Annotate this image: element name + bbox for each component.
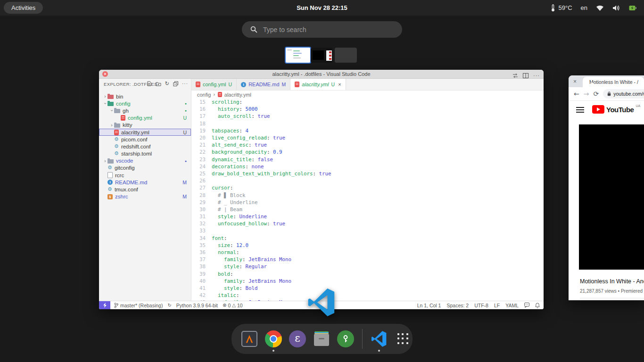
reload-icon[interactable]: ⟳ [593, 90, 599, 98]
tree-item-tmux-conf[interactable]: ⚙tmux.conf [99, 186, 191, 193]
keyboard-layout-indicator[interactable]: en [581, 4, 587, 11]
code-line[interactable]: 38 style: Regular [191, 263, 544, 270]
workspace-thumbnail-vscode[interactable] [285, 47, 311, 64]
tree-item-readme-md[interactable]: iREADME.mdM [99, 179, 191, 186]
code-line[interactable]: 31 style: Underline [191, 213, 544, 220]
wifi-icon[interactable] [596, 5, 604, 11]
battery-charging-icon[interactable] [629, 5, 636, 11]
code-line[interactable]: 36 normal: [191, 249, 544, 256]
code-line[interactable]: 40 family: JetBrains Mono [191, 278, 544, 285]
code-line[interactable]: 37 family: JetBrains Mono [191, 256, 544, 263]
code-line[interactable]: 28 # ▋ Block [191, 191, 544, 198]
dock-item-alacritty[interactable] [240, 330, 258, 348]
tree-item-zshrc[interactable]: $zshrcM [99, 193, 191, 200]
code-line[interactable]: 21alt_send_esc: true [191, 141, 544, 148]
editor-more-actions-icon[interactable]: ··· [533, 73, 540, 78]
clock[interactable]: Sun Nov 28 22:15 [0, 0, 644, 16]
code-line[interactable]: 22background_opacity: 0.9 [191, 148, 544, 156]
dock-item-chrome[interactable] [264, 330, 282, 348]
open-changes-icon[interactable] [512, 73, 518, 78]
video-player[interactable] [579, 124, 644, 270]
new-folder-icon[interactable] [156, 82, 161, 86]
code-line[interactable]: 35 size: 12.0 [191, 242, 544, 249]
forward-icon[interactable]: → [584, 90, 589, 98]
dock-item-emacs[interactable]: ε [289, 330, 306, 348]
youtube-logo[interactable]: YouTube UA [592, 105, 640, 114]
partial-tab-close-icon[interactable]: × [573, 78, 577, 85]
tree-item-gitconfig[interactable]: ⚙gitconfig [99, 165, 191, 172]
back-icon[interactable]: ← [574, 90, 579, 98]
tree-item-bin[interactable]: ›bin [99, 93, 191, 100]
cursor-position-status[interactable]: Ln 1, Col 1 [417, 303, 441, 308]
code-line[interactable]: 32 unfocused_hollow: true [191, 220, 544, 227]
editor-tab-readme-md[interactable]: iREADME.mdM [237, 79, 290, 90]
refresh-explorer-icon[interactable]: ↻ [165, 81, 169, 87]
search-input[interactable]: Type to search [242, 21, 402, 38]
problems-status[interactable]: ⊗ 0 △ 10 [223, 303, 243, 308]
code-line[interactable]: 27cursor: [191, 184, 544, 191]
code-line[interactable]: 33 [191, 227, 544, 234]
tree-item-config-yml[interactable]: config.ymlU [99, 115, 191, 122]
python-interpreter-status[interactable]: Python 3.9.9 64-bit [176, 303, 218, 308]
tree-item-config[interactable]: ›config● [99, 100, 191, 107]
workspace-thumbnail-empty[interactable] [335, 48, 357, 63]
tree-item-kitty[interactable]: ›kitty [99, 122, 191, 129]
vscode-titlebar[interactable]: alacritty.yml - .dotfiles - Visual Studi… [99, 70, 544, 79]
tree-item-alacritty-yml[interactable]: alacritty.ymlU [99, 129, 191, 136]
split-editor-icon[interactable] [523, 73, 528, 78]
code-line[interactable]: 17 auto_scroll: true [191, 113, 544, 120]
dock-item-show-applications[interactable] [394, 330, 412, 348]
collapse-folders-icon[interactable] [173, 81, 178, 86]
vscode-window[interactable]: alacritty.yml - .dotfiles - Visual Studi… [99, 70, 544, 309]
menu-hamburger-icon[interactable] [576, 107, 584, 113]
code-line[interactable]: 34font: [191, 235, 544, 242]
remote-indicator[interactable] [99, 301, 110, 309]
breadcrumb-folder[interactable]: config [197, 92, 211, 98]
vscode-app-icon-overlay[interactable] [307, 288, 336, 317]
sync-changes-icon[interactable]: ↻ [167, 303, 171, 308]
editor-tab-config-yml[interactable]: config.ymlU [191, 79, 237, 90]
code-line[interactable]: 23dynamic_title: false [191, 156, 544, 163]
dock-item-vscode[interactable] [370, 330, 388, 348]
dock-item-keepassxc[interactable] [337, 330, 355, 348]
code-editor[interactable]: 15scrolling:16 history: 500017 auto_scro… [191, 99, 544, 301]
breadcrumb-file[interactable]: alacritty.yml [224, 92, 251, 98]
tab-close-icon[interactable]: × [338, 82, 341, 87]
indentation-status[interactable]: Spaces: 2 [446, 303, 469, 308]
youtube-tab[interactable]: Motionless In White - / [583, 77, 644, 87]
tree-item-starship-toml[interactable]: ⚙starship.toml [99, 150, 191, 157]
code-line[interactable]: 25draw_bold_text_with_bright_colors: tru… [191, 170, 544, 177]
explorer-more-actions-icon[interactable]: ··· [182, 81, 188, 86]
code-line[interactable]: 15scrolling: [191, 99, 544, 106]
eol-status[interactable]: LF [494, 303, 500, 308]
code-line[interactable]: 18 [191, 120, 544, 127]
window-close-button[interactable]: × [102, 71, 108, 77]
workspace-thumbnail-browser[interactable] [311, 48, 333, 63]
code-line[interactable]: 19tabspaces: 4 [191, 127, 544, 134]
code-line[interactable]: 20live_config_reload: true [191, 134, 544, 141]
tree-item-redshift-conf[interactable]: ⚙redshift.conf [99, 143, 191, 150]
new-file-icon[interactable] [147, 81, 152, 86]
code-line[interactable]: 16 history: 5000 [191, 106, 544, 113]
code-line[interactable]: 24decorations: none [191, 163, 544, 170]
code-line[interactable]: 30 # | Beam [191, 206, 544, 213]
code-line[interactable]: 29 # _ Underline [191, 199, 544, 206]
dock-item-files[interactable] [313, 330, 330, 348]
address-bar[interactable]: youtube.com/wa [603, 89, 644, 99]
tree-item-gh[interactable]: ›gh● [99, 107, 191, 114]
tree-item-picom-conf[interactable]: ⚙picom.conf [99, 136, 191, 143]
feedback-icon[interactable] [524, 303, 529, 308]
notifications-bell-icon[interactable] [535, 303, 540, 308]
code-line[interactable]: 39 bold: [191, 271, 544, 278]
tree-item-rcrc[interactable]: rcrc [99, 172, 191, 179]
breadcrumb[interactable]: config › alacritty.yml [191, 90, 544, 99]
editor-tab-alacritty-yml[interactable]: alacritty.ymlU× [290, 79, 346, 90]
code-line[interactable]: 41 style: Bold [191, 285, 544, 292]
git-branch-status[interactable]: master* (Rebasing) [114, 303, 163, 308]
chrome-window[interactable]: × Motionless In White - / ← → ⟳ youtube.… [569, 75, 644, 300]
encoding-status[interactable]: UTF-8 [474, 303, 488, 308]
code-line[interactable]: 42 italic: [191, 292, 544, 299]
volume-icon[interactable] [612, 5, 620, 11]
code-line[interactable]: 26 [191, 177, 544, 184]
tree-item-vscode[interactable]: ›vscode● [99, 157, 191, 165]
